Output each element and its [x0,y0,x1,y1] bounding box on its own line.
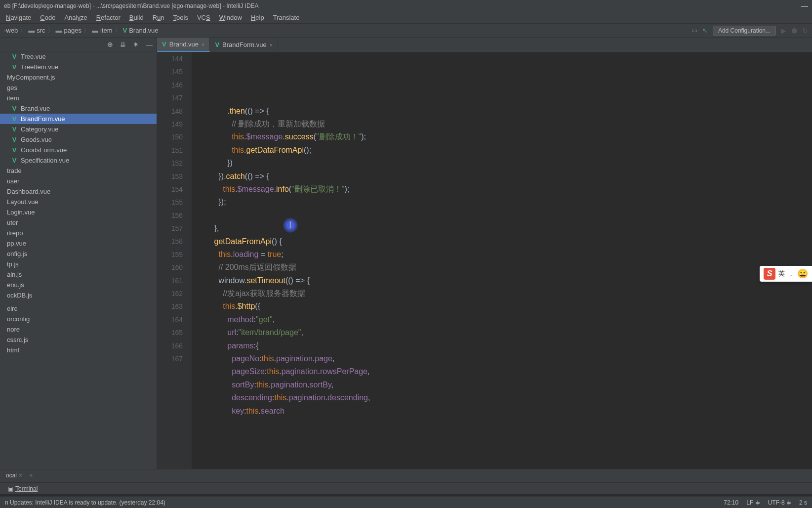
settings-icon[interactable]: ✶ [133,41,139,48]
tree-item[interactable]: itrepo [0,228,157,238]
tree-item[interactable]: pp.vue [0,238,157,249]
tree-item[interactable]: VTreeItem.vue [0,62,157,72]
code-line[interactable] [197,209,812,222]
code-line[interactable]: //发ajax获取服务器数据 [197,287,812,300]
collapse-icon[interactable]: ⇊ [120,41,126,48]
menu-window[interactable]: Window [215,13,246,22]
vue-icon: V [11,63,18,71]
breadcrumb-item[interactable]: VBrand.vue [123,27,159,34]
code-line[interactable]: getDataFromApi() { [197,235,812,248]
ime-punct[interactable]: ， [788,269,794,278]
tree-item[interactable]: MyComponent.js [0,72,157,83]
code-line[interactable]: url:"item/brand/page", [197,326,812,339]
tree-item[interactable]: onfig.js [0,249,157,259]
tree-item[interactable]: Login.vue [0,207,157,217]
tree-item[interactable]: trade [0,166,157,176]
tree-item[interactable]: enu.js [0,280,157,290]
tree-item[interactable]: user [0,176,157,186]
code-editor[interactable]: 1441451461471481491501511521531541551561… [157,52,812,480]
code-line[interactable]: // 删除成功，重新加载数据 [197,118,812,130]
tree-item[interactable]: VBrandForm.vue [0,114,157,124]
menu-vcs[interactable]: VCS [193,13,214,22]
code-line[interactable]: descending:this.pagination.descending, [197,391,812,404]
breadcrumb-item[interactable]: ▬item [92,27,113,34]
editor-tab[interactable]: VBrandForm.vue× [210,38,278,52]
breadcrumb-item[interactable]: ▬pages [56,27,81,34]
tree-item[interactable]: VBrand.vue [0,103,157,114]
status-indent[interactable]: 2 s [799,499,807,506]
close-icon[interactable]: × [202,42,204,47]
code-line[interactable]: this.$message.info("删除已取消！"); [197,183,812,196]
tree-item[interactable]: elrc [0,303,157,314]
local-tab[interactable]: ocal × [3,471,25,480]
emoji-icon[interactable]: 😀 [797,268,808,279]
terminal-tab[interactable]: ▣ Terminal [4,484,41,493]
code-line[interactable]: }); [197,196,812,209]
debug-icon[interactable]: ⬢ [791,27,797,35]
code-line[interactable]: key:this.search [197,405,812,418]
menu-code[interactable]: Code [36,13,59,22]
code-line[interactable]: // 200ms后返回假数据 [197,261,812,274]
breadcrumb-item[interactable]: ▬src [28,27,45,34]
code-content[interactable]: I .then(() => { // 删除成功，重新加载数据 this.$mes… [192,52,812,480]
hide-icon[interactable]: — [146,41,153,48]
code-line[interactable]: this.getDataFromApi(); [197,144,812,157]
code-line[interactable]: window.setTimeout(() => { [197,274,812,287]
status-line-sep[interactable]: LF ≑ [746,499,760,506]
tree-item[interactable]: html [0,345,157,355]
tree-item[interactable]: item [0,93,157,103]
stop-icon[interactable]: ↻ [802,27,808,35]
tree-item[interactable]: VSpecification.vue [0,155,157,166]
code-line[interactable]: }, [197,222,812,235]
tree-item[interactable]: VCategory.vue [0,124,157,134]
add-configuration-button[interactable]: Add Configuration... [713,26,776,36]
tree-item[interactable]: Dashboard.vue [0,186,157,197]
code-line[interactable]: pageNo:this.pagination.page, [197,352,812,365]
code-line[interactable]: }).catch(() => { [197,170,812,183]
tree-item[interactable]: ockDB.js [0,290,157,300]
tree-item[interactable]: nore [0,324,157,335]
code-line[interactable]: this.$message.success("删除成功！"); [197,130,812,143]
code-line[interactable]: sortBy:this.pagination.sortBy, [197,379,812,391]
code-line[interactable]: .then(() => { [197,105,812,118]
status-position[interactable]: 72:10 [724,499,738,506]
tree-item[interactable]: Layout.vue [0,197,157,207]
breadcrumb-root[interactable]: -web [4,27,18,34]
close-icon[interactable]: × [270,42,273,48]
editor-tab[interactable]: VBrand.vue× [157,38,210,52]
close-icon[interactable]: × [19,472,22,479]
tree-item[interactable]: VTree.vue [0,51,157,62]
ime-lang[interactable]: 英 [778,269,785,278]
tree-item[interactable]: cssrc.js [0,335,157,345]
tree-item[interactable]: orconfig [0,314,157,324]
code-line[interactable]: this.loading = true; [197,248,812,261]
menu-navigate[interactable]: Navigate [2,13,35,22]
build-icon[interactable]: ↖ [702,27,708,34]
tree-item[interactable]: VGoodsForm.vue [0,145,157,155]
tree-item[interactable]: ges [0,83,157,93]
menu-refactor[interactable]: Refactor [92,13,124,22]
run-icon[interactable]: ▶ [781,27,786,35]
window-icon[interactable]: ▭ [691,27,697,34]
code-line[interactable]: }) [197,157,812,169]
ime-widget[interactable]: S 英 ， 😀 [760,266,812,282]
tree-list[interactable]: VTree.vueVTreeItem.vueMyComponent.jsgesi… [0,51,157,491]
code-line[interactable]: params:{ [197,339,812,352]
menu-build[interactable]: Build [125,13,148,22]
tree-item[interactable]: ain.js [0,269,157,280]
menu-translate[interactable]: Translate [269,13,304,22]
add-tab-icon[interactable]: + [29,471,33,479]
tree-item[interactable]: uter [0,217,157,228]
code-line[interactable]: pageSize:this.pagination.rowsPerPage, [197,365,812,378]
code-line[interactable]: this.$http({ [197,300,812,313]
target-icon[interactable]: ⊕ [107,41,113,48]
status-encoding[interactable]: UTF-8 ≑ [768,499,791,506]
minimize-icon[interactable]: — [801,2,808,10]
tree-item[interactable]: VGoods.vue [0,134,157,145]
menu-help[interactable]: Help [247,13,268,22]
tree-item[interactable]: tp.js [0,259,157,269]
menu-analyze[interactable]: Analyze [60,13,91,22]
menu-run[interactable]: Run [149,13,168,22]
code-line[interactable]: method:"get", [197,313,812,326]
menu-tools[interactable]: Tools [169,13,192,22]
